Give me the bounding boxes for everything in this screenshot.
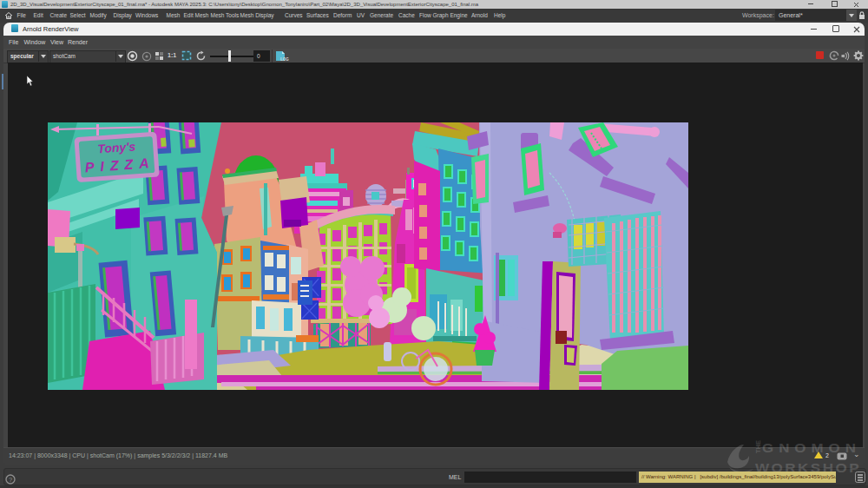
svg-text:THE: THE (754, 440, 762, 453)
svg-text:GNOMON: GNOMON (762, 441, 861, 455)
svg-text:Tony's: Tony's (97, 139, 136, 155)
svg-text:?: ? (9, 476, 12, 484)
